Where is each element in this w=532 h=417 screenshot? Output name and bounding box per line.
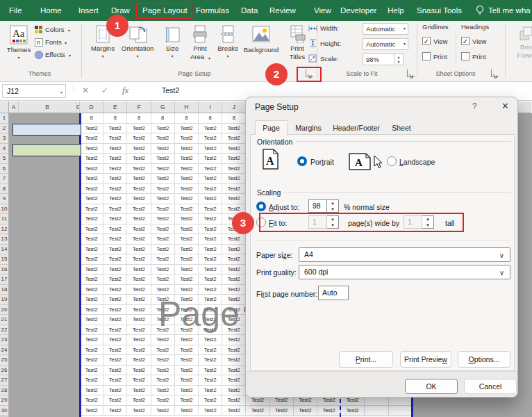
- row-header[interactable]: 4: [0, 144, 9, 154]
- grid-cell[interactable]: Test2: [151, 345, 175, 356]
- grid-cell[interactable]: Test2: [80, 325, 103, 336]
- grid-cell[interactable]: Test2: [222, 144, 246, 154]
- grid-cell[interactable]: Test2: [127, 295, 151, 305]
- grid-cell[interactable]: Test2: [127, 234, 151, 245]
- name-box[interactable]: J12 ▾: [2, 84, 66, 98]
- print-area-button[interactable]: Print Area ▾: [186, 24, 214, 68]
- grid-cell[interactable]: Test2: [222, 133, 246, 144]
- blue-cell-range[interactable]: [13, 124, 81, 136]
- grid-cell[interactable]: Test2: [80, 265, 103, 275]
- grid-cell[interactable]: Test2: [199, 174, 222, 184]
- grid-cell[interactable]: Test2: [80, 275, 103, 285]
- grid-cell[interactable]: Test2: [103, 245, 127, 255]
- column-header[interactable]: A: [9, 101, 19, 113]
- landscape-radio[interactable]: [387, 156, 397, 166]
- column-header[interactable]: F: [127, 101, 151, 113]
- grid-cell[interactable]: Test2: [127, 335, 151, 345]
- grid-cell[interactable]: 8: [151, 113, 175, 124]
- grid-cell[interactable]: Test2: [175, 386, 199, 396]
- grid-cell[interactable]: Test2: [80, 335, 103, 345]
- grid-cell[interactable]: Test2: [222, 285, 246, 295]
- grid-cell[interactable]: 8: [175, 113, 199, 124]
- dialog-tab-page[interactable]: Page: [255, 120, 288, 135]
- headings-view-checkbox[interactable]: ✓: [461, 37, 469, 45]
- grid-cell[interactable]: Test2: [103, 375, 127, 386]
- breaks-button[interactable]: Breaks ▾: [215, 24, 240, 68]
- close-icon[interactable]: ✕: [501, 101, 509, 111]
- grid-cell[interactable]: Test2: [199, 254, 222, 265]
- grid-cell[interactable]: Test2: [222, 174, 246, 184]
- column-header[interactable]: H: [175, 101, 199, 113]
- fonts-button[interactable]: n Fonts ▾: [35, 38, 79, 47]
- row-header[interactable]: 28: [0, 386, 9, 396]
- column-header[interactable]: E: [103, 101, 127, 113]
- grid-cell[interactable]: Test2: [80, 224, 103, 235]
- grid-cell[interactable]: Test2: [151, 124, 175, 134]
- grid-cell[interactable]: Test2: [151, 184, 175, 195]
- grid-cell[interactable]: Test2: [175, 174, 199, 184]
- row-header[interactable]: 13: [0, 234, 9, 245]
- grid-cell[interactable]: Test2: [151, 133, 175, 144]
- grid-cell[interactable]: Test2: [80, 174, 103, 184]
- grid-cell[interactable]: Test2: [151, 224, 175, 235]
- grid-cell[interactable]: Test2: [103, 224, 127, 235]
- grid-cell[interactable]: Test2: [80, 245, 103, 255]
- adjust-to-spinner[interactable]: 98: [308, 199, 327, 213]
- grid-cell[interactable]: Test2: [103, 386, 127, 396]
- grid-cell[interactable]: Test2: [103, 124, 127, 134]
- grid-cell[interactable]: Test2: [199, 214, 222, 224]
- print-quality-dropdown[interactable]: 600 dpi∨: [299, 265, 510, 279]
- grid-cell[interactable]: Test2: [80, 406, 103, 416]
- grid-cell[interactable]: Test2: [151, 335, 175, 345]
- grid-cell[interactable]: 8: [103, 113, 127, 124]
- grid-cell[interactable]: Test2: [103, 295, 127, 305]
- grid-cell[interactable]: Test2: [175, 224, 199, 235]
- grid-cell[interactable]: Test2: [175, 275, 199, 285]
- tab-insert[interactable]: Insert: [78, 0, 99, 21]
- grid-cell[interactable]: Test2: [199, 124, 222, 134]
- grid-cell[interactable]: Test2: [175, 254, 199, 265]
- grid-cell[interactable]: [389, 406, 413, 416]
- grid-cell[interactable]: Test2: [222, 366, 246, 376]
- options-button[interactable]: Options...: [458, 351, 510, 368]
- grid-cell[interactable]: Test2: [103, 335, 127, 345]
- grid-cell[interactable]: Test2: [80, 355, 103, 366]
- grid-cell[interactable]: Test2: [80, 305, 103, 316]
- grid-cell[interactable]: Test2: [127, 224, 151, 235]
- grid-cell[interactable]: Test2: [175, 234, 199, 245]
- grid-cell[interactable]: Test2: [80, 124, 103, 134]
- grid-cell[interactable]: Test2: [103, 133, 127, 144]
- grid-cell[interactable]: Test2: [127, 285, 151, 295]
- adjust-to-radio[interactable]: [256, 202, 266, 211]
- grid-cell[interactable]: 8: [222, 113, 246, 124]
- grid-cell[interactable]: Test2: [175, 335, 199, 345]
- grid-cell[interactable]: Test2: [103, 164, 127, 174]
- grid-cell[interactable]: Test2: [222, 184, 246, 195]
- grid-cell[interactable]: Test2: [127, 144, 151, 154]
- grid-cell[interactable]: Test2: [175, 204, 199, 215]
- tab-developer[interactable]: Developer: [340, 0, 376, 21]
- row-header[interactable]: 30: [0, 406, 9, 416]
- grid-cell[interactable]: Test2: [127, 325, 151, 336]
- select-all-corner[interactable]: [0, 101, 9, 113]
- column-header[interactable]: B: [19, 101, 76, 113]
- grid-cell[interactable]: Test2: [151, 285, 175, 295]
- cancel-button[interactable]: Cancel: [464, 379, 517, 394]
- grid-cell[interactable]: Test2: [151, 214, 175, 224]
- grid-cell[interactable]: Test2: [127, 154, 151, 164]
- column-header[interactable]: D: [80, 101, 103, 113]
- grid-cell[interactable]: Test2: [151, 406, 175, 416]
- grid-cell[interactable]: Test2: [199, 234, 222, 245]
- grid-cell[interactable]: Test2: [80, 375, 103, 386]
- insert-function-icon[interactable]: fx: [122, 85, 128, 96]
- themes-button[interactable]: Aa Themes ▾: [4, 24, 33, 68]
- grid-cell[interactable]: Test2: [127, 355, 151, 366]
- grid-cell[interactable]: Test2: [80, 254, 103, 265]
- grid-cell[interactable]: Test2: [199, 224, 222, 235]
- grid-cell[interactable]: Test2: [222, 335, 246, 345]
- grid-cell[interactable]: Test2: [151, 366, 175, 376]
- grid-cell[interactable]: Test2: [175, 265, 199, 275]
- grid-cell[interactable]: Test2: [127, 375, 151, 386]
- grid-cell[interactable]: Test2: [199, 366, 222, 376]
- grid-cell[interactable]: Test2: [199, 275, 222, 285]
